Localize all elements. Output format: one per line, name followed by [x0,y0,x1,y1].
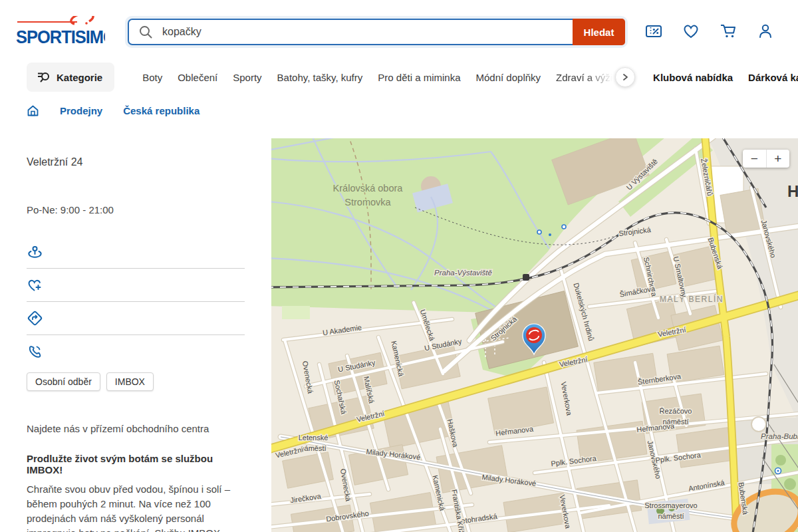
favorites-heart-icon[interactable] [682,23,700,40]
main-nav: Kategorie Boty Oblečení Sporty Batohy, t… [0,61,798,93]
nav-more-button[interactable] [615,67,635,87]
categories-button[interactable]: Kategorie [27,63,114,92]
nav-item-boty[interactable]: Boty [142,72,162,83]
categories-label: Kategorie [57,72,102,83]
imbox-promo-heading: Prodlužte život svým botám se službou IM… [27,453,246,475]
header-icons [645,23,774,40]
store-badges: Osobní odběr IMBOX [27,372,154,391]
search-button[interactable]: Hledat [573,19,625,45]
svg-text:Strossmayerovo: Strossmayerovo [644,501,697,509]
badge-osobni-odber: Osobní odběr [27,372,100,391]
nav-item-zdravi[interactable]: Zdraví a výživa [556,72,617,83]
call-store-action[interactable] [27,335,245,368]
imbox-promo-text: Chraňte svou obuv před vodou, špínou i s… [27,482,241,532]
show-on-map-action[interactable] [27,235,245,268]
sportisimo-logo-icon: SPORTISIMO [16,16,105,45]
voucher-icon[interactable] [645,23,662,40]
nav-item-obleceni[interactable]: Oblečení [178,72,217,83]
nav-items: Boty Oblečení Sporty Batohy, tašky, kufr… [142,67,798,87]
store-map[interactable]: Královská obora Stromovka Praha-Výstaviš… [271,138,798,532]
chevron-right-icon [621,73,629,81]
heart-plus-icon [27,277,43,293]
add-favorite-store-action[interactable] [27,269,245,301]
svg-text:náměstí: náměstí [300,444,326,452]
logo-text: SPORTISIMO [16,27,105,45]
badge-imbox: IMBOX [106,372,154,391]
nav-item-deti[interactable]: Pro děti a miminka [378,72,460,83]
search-field [128,19,625,45]
svg-text:MALÝ BERLÍN: MALÝ BERLÍN [660,294,724,304]
breadcrumb-ceska-republika[interactable]: Česká republika [123,105,200,116]
map-pin-icon [27,243,43,260]
store-address: Veletržní 24 [27,156,83,168]
cart-icon[interactable] [720,23,737,40]
roundabout [751,417,766,432]
nav-item-doplnky[interactable]: Módní doplňky [476,72,541,83]
breadcrumb-prodejny[interactable]: Prodejny [60,105,102,116]
breadcrumb: Prodejny Česká republika [27,104,200,117]
categories-list-search-icon [36,70,51,84]
svg-text:Stromovka: Stromovka [344,197,391,207]
svg-text:Praha-Výstaviště: Praha-Výstaviště [434,269,492,277]
store-actions [27,235,245,368]
nav-item-darkova-karta[interactable]: Dárková karta [748,72,798,83]
phone-icon [27,343,43,360]
svg-text:Letenské: Letenské [299,434,329,442]
sportisimo-logo[interactable]: SPORTISIMO [16,16,105,45]
svg-text:náměstí: náměstí [658,512,684,520]
header: SPORTISIMO Hledat [0,0,798,61]
home-icon[interactable] [27,104,39,117]
svg-text:Řezáčovo: Řezáčovo [660,407,692,415]
search-icon [138,25,153,39]
store-note: Najdete nás v přízemí obchodního centra [27,423,246,434]
svg-text:H: H [787,182,798,200]
page: SPORTISIMO Hledat [0,0,798,532]
map-zoom-controls: − + [743,150,789,168]
nav-item-klubova-nabidka[interactable]: Klubová nabídka [653,72,733,83]
nav-item-sporty[interactable]: Sporty [233,72,261,83]
zoom-in-button[interactable]: + [766,150,789,168]
search-input[interactable] [161,25,624,39]
store-hours: Po-Ne: 9:00 - 21:00 [27,204,114,215]
directions-sign-icon [27,310,43,327]
search-bar: Hledat [125,16,628,48]
map-canvas: Královská obora Stromovka Praha-Výstaviš… [271,138,798,532]
svg-text:Královská obora: Královská obora [333,183,404,194]
nav-item-batohy[interactable]: Batohy, tašky, kufry [277,72,363,83]
zoom-out-button[interactable]: − [743,150,766,168]
navigate-action[interactable] [27,302,245,334]
svg-text:Praha-Bubny: Praha-Bubny [761,432,798,440]
account-user-icon[interactable] [757,23,774,40]
